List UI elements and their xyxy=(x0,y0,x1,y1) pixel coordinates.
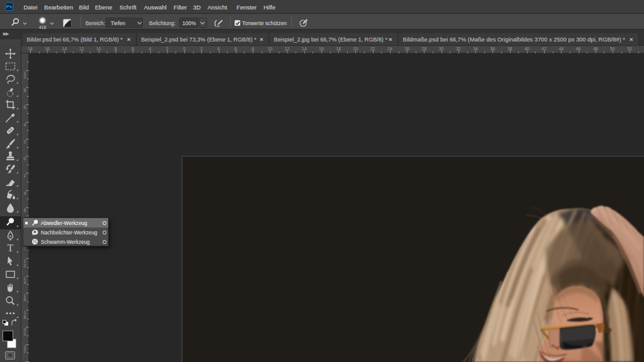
svg-text:T: T xyxy=(8,243,14,253)
